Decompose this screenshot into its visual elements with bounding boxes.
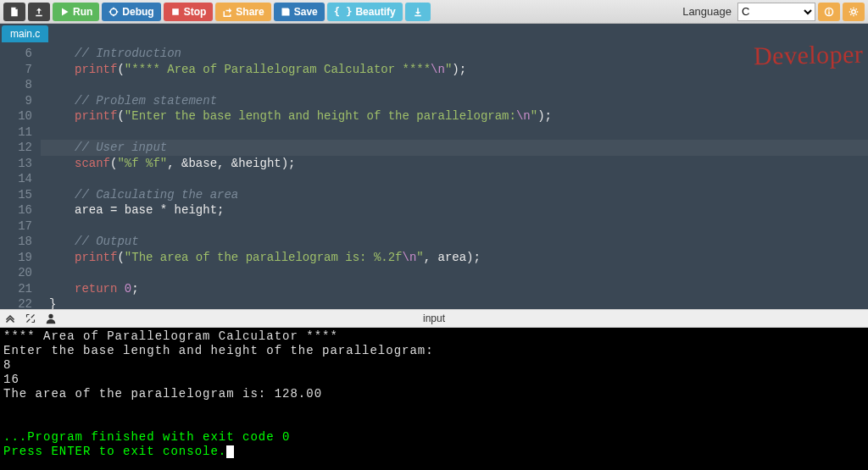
line-number: 17 [0, 218, 32, 235]
line-number: 18 [0, 234, 32, 250]
line-number: 19 [0, 250, 32, 266]
save-icon [281, 7, 291, 17]
file-tab[interactable]: main.c [2, 25, 48, 42]
line-number: 9 [0, 93, 32, 109]
line-number: 8 [0, 77, 32, 93]
code-line: // Introduction [75, 46, 181, 62]
line-number: 20 [0, 265, 32, 281]
console-control-bar: input [0, 309, 868, 328]
svg-rect-1 [172, 8, 179, 15]
line-number: 10 [0, 108, 32, 124]
share-icon [222, 7, 232, 17]
svg-point-5 [852, 9, 856, 14]
code-line: printf("**** Area of Parallelogram Calcu… [75, 62, 466, 78]
console-cursor [226, 445, 234, 458]
run-button[interactable]: Run [53, 3, 99, 21]
line-number: 6 [0, 46, 32, 62]
code-line: printf("Enter the base length and height… [75, 108, 552, 124]
svg-point-6 [48, 314, 53, 318]
save-button[interactable]: Save [274, 3, 325, 21]
expand-icon[interactable] [24, 312, 37, 325]
share-label: Share [236, 6, 264, 18]
code-line: printf("The area of the parallelogram is… [75, 250, 481, 266]
line-number: 21 [0, 281, 32, 297]
braces-icon: { } [334, 6, 353, 18]
line-number: 13 [0, 156, 32, 172]
tab-filename: main.c [10, 28, 40, 40]
download-icon [413, 7, 423, 17]
svg-point-0 [111, 8, 118, 15]
console-status-text: ...Program finished with exit code 0 Pre… [3, 430, 290, 458]
code-line: scanf("%f %f", &base, &height); [75, 156, 296, 172]
stop-button[interactable]: Stop [164, 3, 214, 21]
run-label: Run [73, 6, 92, 18]
beautify-button[interactable]: { } Beautify [327, 3, 403, 21]
download-button[interactable] [405, 3, 431, 21]
language-select[interactable]: C [737, 3, 815, 21]
new-file-button[interactable] [3, 3, 25, 21]
debug-button[interactable]: Debug [102, 3, 160, 21]
svg-rect-3 [828, 11, 830, 14]
line-number: 14 [0, 171, 32, 187]
share-button[interactable]: Share [215, 3, 270, 21]
line-number: 15 [0, 187, 32, 203]
code-line: // Problem statement [75, 93, 217, 109]
code-line: // Calculating the area [75, 187, 238, 203]
info-button[interactable] [818, 3, 840, 21]
upload-button[interactable] [28, 3, 50, 21]
stop-label: Stop [184, 6, 207, 18]
line-number: 7 [0, 62, 32, 78]
code-line: // Output [75, 234, 139, 250]
code-line: area = base * height; [75, 202, 224, 218]
line-number-gutter: 678910111213141516171819202122 [0, 42, 41, 309]
code-line: // User input [75, 140, 167, 156]
line-number: 12 [0, 140, 32, 156]
upload-icon [34, 7, 44, 17]
bug-icon [108, 7, 119, 17]
language-label: Language [682, 5, 732, 18]
stop-icon [170, 7, 181, 17]
code-area[interactable]: // Introductionprintf("**** Area of Para… [41, 42, 868, 309]
tab-bar: main.c [0, 24, 868, 42]
collapse-icon[interactable] [3, 312, 17, 325]
line-number: 11 [0, 124, 32, 141]
console-mode-label: input [423, 312, 445, 324]
save-label: Save [294, 6, 318, 18]
gear-icon [849, 7, 859, 17]
play-icon [59, 7, 70, 17]
line-number: 16 [0, 202, 32, 218]
person-icon[interactable] [44, 312, 58, 325]
debug-label: Debug [122, 6, 153, 18]
settings-button[interactable] [843, 3, 865, 21]
beautify-label: Beautify [355, 6, 395, 18]
svg-rect-4 [828, 9, 830, 11]
top-toolbar: Run Debug Stop Share Save { } Beautify L… [0, 0, 868, 24]
file-icon [9, 7, 19, 17]
code-editor[interactable]: 678910111213141516171819202122 // Introd… [0, 42, 868, 309]
console-output[interactable]: **** Area of Parallelogram Calculator **… [0, 328, 868, 470]
info-icon [824, 7, 834, 17]
code-line: return 0; [75, 281, 139, 297]
